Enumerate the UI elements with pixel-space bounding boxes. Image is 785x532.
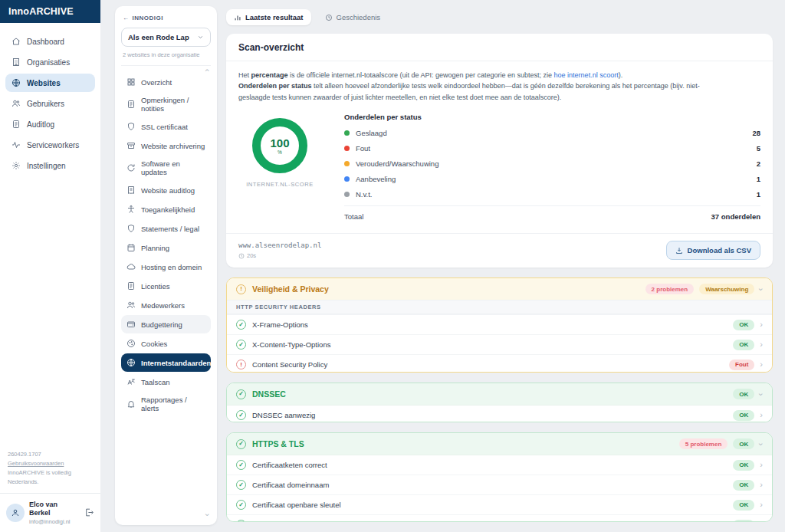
sidebar-item-organisaties[interactable]: Organisaties (5, 53, 95, 71)
section-https-tls: ✓ HTTPS & TLS 5 problemen OK › ✓ Certifi… (226, 432, 773, 522)
total-value: 37 onderdelen (711, 212, 760, 221)
test-label: Content Security Policy (252, 360, 327, 369)
test-row-certificaat-domeinnaam[interactable]: ✓ Certificaat domeinnaam OK › (227, 475, 772, 494)
status-badge: OK (733, 410, 754, 421)
panel-item-statements[interactable]: Statements / legal (121, 219, 211, 238)
score-value: 100 (270, 137, 289, 149)
cloud-icon (126, 262, 136, 271)
panel-item-cookies[interactable]: Cookies (121, 334, 211, 353)
sidebar-item-instellingen[interactable]: Instellingen (5, 156, 95, 175)
panel-item-overzicht[interactable]: Overzicht (121, 73, 211, 91)
user-menu[interactable]: Elco van Berkel info@innodigi.nl (0, 493, 100, 532)
score-label: INTERNET.NL-SCORE (246, 181, 314, 188)
logout-icon[interactable] (84, 507, 94, 517)
sidebar-item-websites[interactable]: Websites (5, 74, 95, 92)
section-veiligheid-privacy: ! Veiligheid & Privacy 2 problemen Waars… (226, 277, 773, 373)
panel-item-hosting[interactable]: Hosting en domein (121, 258, 211, 276)
panel-item-medewerkers[interactable]: Medewerkers (121, 296, 211, 314)
status-row-verouderd: Verouderd/Waarschuwing 2 (344, 156, 760, 171)
scroll-up-indicator[interactable]: ‹ (204, 69, 212, 72)
panel-item-budgettering[interactable]: Budgettering (121, 315, 211, 333)
refresh-icon (126, 163, 136, 172)
test-row-x-frame-options[interactable]: ✓ X-Frame-Options OK › (227, 314, 772, 334)
accessibility-icon (126, 205, 136, 214)
tab-label: Geschiedenis (337, 13, 381, 21)
test-label: X-Frame-Options (252, 320, 308, 329)
sidebar-item-label: Dashboard (27, 38, 64, 46)
status-dot (344, 161, 350, 166)
test-row-dnssec-aanwezig[interactable]: ✓ DNSSEC aanwezig OK › (227, 405, 772, 422)
test-row-certificaatketen[interactable]: ✓ Certificaatketen correct OK › (227, 455, 772, 475)
tab-geschiedenis[interactable]: Geschiedenis (317, 9, 389, 25)
section-header[interactable]: ✓ HTTPS & TLS 5 problemen OK › (227, 433, 772, 455)
sidebar-item-serviceworkers[interactable]: Serviceworkers (5, 136, 95, 154)
panel-item-planning[interactable]: Planning (121, 238, 211, 257)
status-count: 1 (757, 190, 760, 199)
status-count: 2 (757, 159, 760, 168)
test-row-certificaat-handtekening[interactable]: ✓ Certificaat handtekening OK › (227, 514, 772, 522)
sidebar-item-label: Instellingen (27, 162, 66, 170)
calendar-icon (126, 243, 136, 252)
panel-item-auditlog[interactable]: Website auditlog (121, 181, 211, 199)
history-icon (325, 14, 333, 21)
team-icon (126, 300, 136, 310)
test-label: Certificaat domeinnaam (252, 481, 329, 489)
primary-nav: Dashboard Organisaties Websites Gebruike… (0, 23, 100, 175)
sidebar-item-label: Serviceworkers (27, 141, 79, 149)
panel-item-label: SSL certificaat (141, 123, 188, 131)
sidebar-item-gebruikers[interactable]: Gebruikers (5, 94, 95, 113)
section-header[interactable]: ✓ DNSSEC OK › (227, 383, 772, 405)
warning-icon: ! (236, 284, 246, 294)
panel-item-label: Planning (141, 244, 169, 252)
test-row-certificaat-sleutel[interactable]: ✓ Certificaat openbare sleutel OK › (227, 494, 772, 514)
sidebar-item-auditlog[interactable]: Auditlog (5, 115, 95, 133)
grid-icon (126, 77, 136, 87)
app-logo: InnoARCHIVE (0, 0, 100, 23)
panel-item-label: Statements / legal (141, 225, 199, 233)
panel-item-internetstandaarden[interactable]: Internetstandaarden (121, 353, 211, 372)
status-label: Verouderd/Waarschuwing (356, 159, 438, 168)
terms-link[interactable]: Gebruiksvoorwaarden (8, 459, 93, 468)
test-row-x-content-type-options[interactable]: ✓ X-Content-Type-Options OK › (227, 334, 772, 354)
panel-item-toegankelijkheid[interactable]: Toegankelijkheid (121, 200, 211, 218)
check-circle-icon: ✓ (236, 389, 246, 399)
panel-item-ssl[interactable]: SSL certificaat (121, 117, 211, 136)
download-csv-button[interactable]: Download als CSV (666, 241, 760, 260)
score-gauge: 100 % INTERNET.NL-SCORE (238, 112, 321, 225)
panel-item-opmerkingen[interactable]: Opmerkingen / notities (121, 92, 211, 117)
sidebar-item-dashboard[interactable]: Dashboard (5, 32, 95, 51)
scan-overview-card: Scan-overzicht Het percentage is de offi… (226, 34, 773, 268)
panel-item-licenties[interactable]: Licenties (121, 277, 211, 295)
scroll-down-indicator[interactable]: › (204, 514, 212, 517)
card-title: Scan-overzicht (226, 34, 773, 61)
user-email: info@innodigi.nl (29, 518, 80, 525)
result-tabs: Laatste resultaat Geschiedenis (226, 9, 773, 25)
test-row-content-security-policy[interactable]: ! Content Security Policy Fout › (227, 354, 772, 373)
internet-nl-link[interactable]: hoe internet.nl scoort (554, 71, 619, 79)
panel-item-software[interactable]: Software en updates (121, 156, 211, 180)
globe-icon (11, 78, 21, 87)
status-total-row: Totaal 37 onderdelen (344, 205, 760, 225)
main-content: Laatste resultaat Geschiedenis Scan-over… (217, 0, 785, 532)
license-icon (126, 281, 136, 291)
panel-item-rapportages[interactable]: Rapportages / alerts (121, 392, 211, 416)
tab-laatste-resultaat[interactable]: Laatste resultaat (226, 9, 311, 25)
status-dot (344, 192, 350, 197)
problems-badge: 2 problemen (645, 284, 695, 294)
back-to-org-link[interactable]: ← INNODIGI (121, 14, 211, 28)
panel-item-archivering[interactable]: Website archivering (121, 136, 211, 155)
section-header[interactable]: ! Veiligheid & Privacy 2 problemen Waars… (227, 278, 772, 300)
gear-icon (11, 161, 21, 170)
panel-item-taalscan[interactable]: Taalscan (121, 373, 211, 391)
status-count: 5 (757, 144, 760, 153)
section-title: DNSSEC (252, 389, 286, 399)
shield-icon (126, 122, 136, 131)
score-unit: % (278, 149, 282, 155)
home-icon (11, 37, 21, 46)
website-selector[interactable]: Als een Rode Lap (121, 28, 211, 47)
test-label: X-Content-Type-Options (252, 340, 330, 349)
status-badge: OK (733, 520, 754, 522)
panel-item-label: Taalscan (141, 378, 170, 386)
status-badge: OK (733, 480, 754, 491)
status-row-aanbeveling: Aanbeveling 1 (344, 171, 760, 186)
